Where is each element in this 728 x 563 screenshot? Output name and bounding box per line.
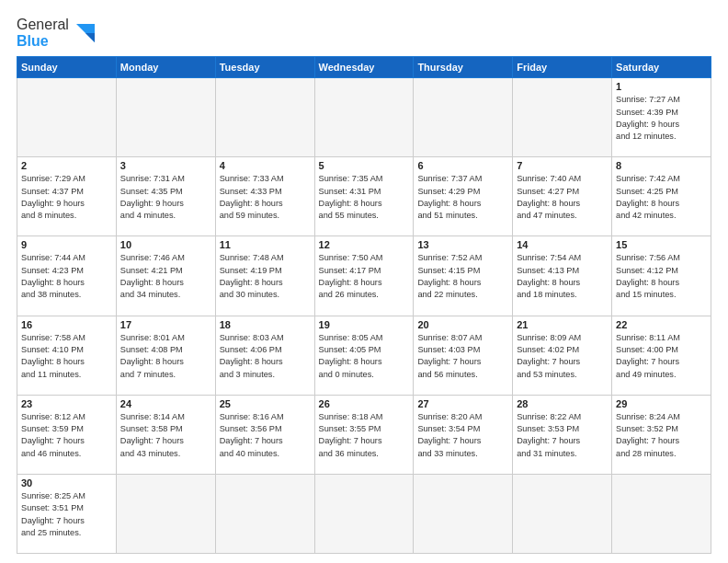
day-cell: 27Sunrise: 8:20 AM Sunset: 3:54 PM Dayli…	[414, 395, 513, 474]
day-cell	[17, 78, 117, 157]
calendar-table: SundayMondayTuesdayWednesdayThursdayFrid…	[17, 56, 711, 554]
day-info: Sunrise: 8:24 AM Sunset: 3:52 PM Dayligh…	[616, 411, 707, 460]
day-info: Sunrise: 8:03 AM Sunset: 4:06 PM Dayligh…	[220, 332, 311, 381]
day-number: 9	[21, 239, 112, 250]
day-cell: 15Sunrise: 7:56 AM Sunset: 4:12 PM Dayli…	[612, 236, 711, 316]
day-cell: 16Sunrise: 7:58 AM Sunset: 4:10 PM Dayli…	[17, 316, 117, 395]
day-cell	[116, 78, 215, 157]
day-number: 22	[616, 319, 707, 330]
day-info: Sunrise: 7:46 AM Sunset: 4:21 PM Dayligh…	[120, 252, 211, 301]
day-cell: 9Sunrise: 7:44 AM Sunset: 4:23 PM Daylig…	[17, 236, 117, 316]
day-cell: 25Sunrise: 8:16 AM Sunset: 3:56 PM Dayli…	[215, 395, 314, 474]
logo-triangle-icon	[73, 20, 98, 46]
day-info: Sunrise: 8:11 AM Sunset: 4:00 PM Dayligh…	[616, 332, 707, 381]
day-number: 10	[120, 239, 211, 250]
day-info: Sunrise: 8:22 AM Sunset: 3:53 PM Dayligh…	[517, 411, 608, 460]
day-cell	[513, 474, 612, 553]
logo-general: General	[17, 17, 69, 33]
day-number: 3	[120, 160, 211, 171]
day-info: Sunrise: 7:40 AM Sunset: 4:27 PM Dayligh…	[517, 173, 608, 222]
day-number: 24	[120, 398, 211, 409]
day-number: 1	[616, 81, 707, 92]
day-number: 23	[21, 398, 112, 409]
day-cell	[314, 78, 414, 157]
day-number: 29	[616, 398, 707, 409]
weekday-header-row: SundayMondayTuesdayWednesdayThursdayFrid…	[17, 57, 711, 78]
day-info: Sunrise: 8:18 AM Sunset: 3:55 PM Dayligh…	[319, 411, 410, 460]
day-info: Sunrise: 7:42 AM Sunset: 4:25 PM Dayligh…	[616, 173, 707, 222]
day-number: 6	[417, 160, 508, 171]
day-number: 26	[319, 398, 410, 409]
day-cell: 1Sunrise: 7:27 AM Sunset: 4:39 PM Daylig…	[612, 78, 711, 157]
day-info: Sunrise: 7:50 AM Sunset: 4:17 PM Dayligh…	[319, 252, 410, 301]
day-cell: 13Sunrise: 7:52 AM Sunset: 4:15 PM Dayli…	[414, 236, 513, 316]
day-cell: 23Sunrise: 8:12 AM Sunset: 3:59 PM Dayli…	[17, 395, 117, 474]
weekday-friday: Friday	[513, 57, 612, 78]
day-number: 21	[517, 319, 608, 330]
day-cell: 30Sunrise: 8:25 AM Sunset: 3:51 PM Dayli…	[17, 474, 117, 553]
day-info: Sunrise: 7:33 AM Sunset: 4:33 PM Dayligh…	[220, 173, 311, 222]
week-row-2: 2Sunrise: 7:29 AM Sunset: 4:37 PM Daylig…	[17, 157, 711, 236]
day-cell: 22Sunrise: 8:11 AM Sunset: 4:00 PM Dayli…	[612, 316, 711, 395]
day-info: Sunrise: 7:58 AM Sunset: 4:10 PM Dayligh…	[21, 332, 112, 381]
page-header: General Blue	[17, 17, 711, 49]
day-cell: 11Sunrise: 7:48 AM Sunset: 4:19 PM Dayli…	[215, 236, 314, 316]
day-cell: 7Sunrise: 7:40 AM Sunset: 4:27 PM Daylig…	[513, 157, 612, 236]
day-cell	[215, 78, 314, 157]
day-cell: 4Sunrise: 7:33 AM Sunset: 4:33 PM Daylig…	[215, 157, 314, 236]
day-number: 30	[21, 477, 112, 488]
day-info: Sunrise: 8:20 AM Sunset: 3:54 PM Dayligh…	[417, 411, 508, 460]
day-info: Sunrise: 8:25 AM Sunset: 3:51 PM Dayligh…	[21, 490, 112, 539]
day-cell: 12Sunrise: 7:50 AM Sunset: 4:17 PM Dayli…	[314, 236, 414, 316]
week-row-3: 9Sunrise: 7:44 AM Sunset: 4:23 PM Daylig…	[17, 236, 711, 316]
day-info: Sunrise: 8:16 AM Sunset: 3:56 PM Dayligh…	[220, 411, 311, 460]
logo: General Blue	[17, 17, 98, 49]
day-cell: 5Sunrise: 7:35 AM Sunset: 4:31 PM Daylig…	[314, 157, 414, 236]
day-cell	[513, 78, 612, 157]
day-cell	[314, 474, 414, 553]
day-number: 11	[220, 239, 311, 250]
day-cell: 28Sunrise: 8:22 AM Sunset: 3:53 PM Dayli…	[513, 395, 612, 474]
day-number: 17	[120, 319, 211, 330]
day-number: 5	[319, 160, 410, 171]
day-info: Sunrise: 7:29 AM Sunset: 4:37 PM Dayligh…	[21, 173, 112, 222]
day-number: 13	[417, 239, 508, 250]
day-cell	[414, 78, 513, 157]
day-number: 4	[220, 160, 311, 171]
day-cell: 24Sunrise: 8:14 AM Sunset: 3:58 PM Dayli…	[116, 395, 215, 474]
day-info: Sunrise: 7:35 AM Sunset: 4:31 PM Dayligh…	[319, 173, 410, 222]
day-info: Sunrise: 8:05 AM Sunset: 4:05 PM Dayligh…	[319, 332, 410, 381]
day-info: Sunrise: 8:14 AM Sunset: 3:58 PM Dayligh…	[120, 411, 211, 460]
day-number: 18	[220, 319, 311, 330]
day-cell: 17Sunrise: 8:01 AM Sunset: 4:08 PM Dayli…	[116, 316, 215, 395]
week-row-4: 16Sunrise: 7:58 AM Sunset: 4:10 PM Dayli…	[17, 316, 711, 395]
week-row-5: 23Sunrise: 8:12 AM Sunset: 3:59 PM Dayli…	[17, 395, 711, 474]
weekday-wednesday: Wednesday	[314, 57, 414, 78]
day-cell	[116, 474, 215, 553]
week-row-6: 30Sunrise: 8:25 AM Sunset: 3:51 PM Dayli…	[17, 474, 711, 553]
day-cell: 2Sunrise: 7:29 AM Sunset: 4:37 PM Daylig…	[17, 157, 117, 236]
day-info: Sunrise: 7:27 AM Sunset: 4:39 PM Dayligh…	[616, 94, 707, 143]
day-number: 16	[21, 319, 112, 330]
day-number: 14	[517, 239, 608, 250]
day-info: Sunrise: 8:07 AM Sunset: 4:03 PM Dayligh…	[417, 332, 508, 381]
day-info: Sunrise: 8:01 AM Sunset: 4:08 PM Dayligh…	[120, 332, 211, 381]
day-cell	[414, 474, 513, 553]
day-cell	[612, 474, 711, 553]
day-info: Sunrise: 7:48 AM Sunset: 4:19 PM Dayligh…	[220, 252, 311, 301]
day-cell: 29Sunrise: 8:24 AM Sunset: 3:52 PM Dayli…	[612, 395, 711, 474]
day-cell: 8Sunrise: 7:42 AM Sunset: 4:25 PM Daylig…	[612, 157, 711, 236]
day-info: Sunrise: 7:52 AM Sunset: 4:15 PM Dayligh…	[417, 252, 508, 301]
day-cell: 3Sunrise: 7:31 AM Sunset: 4:35 PM Daylig…	[116, 157, 215, 236]
day-number: 28	[517, 398, 608, 409]
day-info: Sunrise: 7:54 AM Sunset: 4:13 PM Dayligh…	[517, 252, 608, 301]
day-number: 25	[220, 398, 311, 409]
day-number: 19	[319, 319, 410, 330]
weekday-tuesday: Tuesday	[215, 57, 314, 78]
day-number: 7	[517, 160, 608, 171]
day-number: 12	[319, 239, 410, 250]
day-info: Sunrise: 7:44 AM Sunset: 4:23 PM Dayligh…	[21, 252, 112, 301]
weekday-sunday: Sunday	[17, 57, 117, 78]
day-info: Sunrise: 8:12 AM Sunset: 3:59 PM Dayligh…	[21, 411, 112, 460]
day-number: 2	[21, 160, 112, 171]
